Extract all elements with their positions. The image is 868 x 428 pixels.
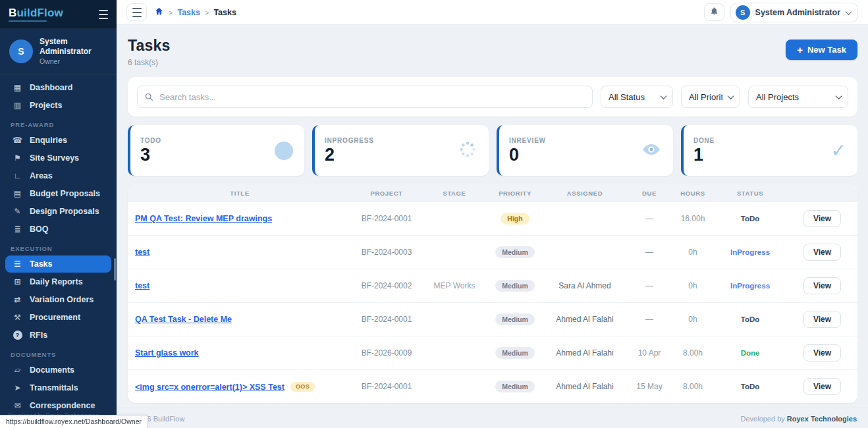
footer-credit-link[interactable]: Royex Technologies	[787, 415, 857, 423]
sidebar-item-label: Variation Orders	[30, 295, 94, 304]
priority-filter-wrap: All Priority	[681, 86, 740, 108]
sidebar-item-projects[interactable]: ▥Projects	[5, 97, 111, 114]
app-logo[interactable]: BuildFlow	[9, 7, 63, 22]
project-filter-select[interactable]: All Projects	[748, 86, 848, 108]
breadcrumb-separator: >	[205, 9, 209, 16]
task-title-link[interactable]: test	[135, 248, 149, 257]
column-header-priority: Priority	[487, 184, 543, 202]
new-task-button[interactable]: + New Task	[786, 40, 857, 60]
table-row: Start glass workBF-2026-0009MediumAhmed …	[128, 336, 857, 370]
cell-priority: Medium	[487, 336, 543, 370]
sidebar-item-dashboard[interactable]: ▦Dashboard	[5, 79, 111, 96]
stat-card-inprogress: INPROGRESS2	[312, 125, 489, 176]
stat-value: 0	[509, 146, 546, 164]
status-filter-select[interactable]: All Status	[601, 86, 673, 108]
cell-priority: Medium	[487, 269, 543, 303]
sidebar-item-budget[interactable]: ▤Budget Proposals	[5, 185, 111, 202]
menu-toggle-button[interactable]	[126, 3, 147, 21]
sidebar-item-daily[interactable]: ⊞Daily Reports	[5, 273, 111, 290]
cell-action: View	[786, 370, 857, 404]
sidebar-item-boq[interactable]: ≣BOQ	[5, 221, 111, 238]
cell-status: ToDo	[714, 303, 786, 336]
enquiries-icon: ☎	[12, 136, 23, 145]
priority-filter-select[interactable]: All Priority	[681, 86, 740, 108]
documents-icon: ▱	[12, 365, 23, 375]
stat-value: 3	[140, 146, 161, 164]
sidebar-item-rfis[interactable]: ?RFIs	[5, 327, 111, 344]
hamburger-icon	[132, 7, 142, 18]
profile-name: System Administrator	[40, 37, 107, 57]
cell-action: View	[786, 236, 857, 269]
dashboard-icon: ▦	[12, 83, 23, 92]
search-input[interactable]	[137, 86, 593, 108]
cell-status: ToDo	[714, 370, 786, 404]
sidebar-item-areas[interactable]: ∟Areas	[5, 167, 111, 184]
sidebar-item-surveys[interactable]: ⚑Site Surveys	[5, 149, 111, 167]
breadcrumb: > Tasks > Tasks	[154, 7, 236, 18]
sidebar-item-variation[interactable]: ⇄Variation Orders	[5, 291, 111, 308]
projects-icon: ▥	[12, 101, 23, 110]
cell-priority: High	[487, 202, 543, 236]
task-title-link[interactable]: <img src=x onerror=alert(1)> XSS Test	[135, 382, 285, 391]
cell-priority: Medium	[487, 236, 543, 269]
cell-title: test	[128, 236, 352, 269]
boq-icon: ≣	[12, 225, 23, 234]
cell-action: View	[786, 202, 857, 236]
done-check-icon: ✓	[831, 142, 846, 160]
new-task-label: New Task	[807, 45, 846, 55]
todo-circle-icon	[275, 142, 293, 160]
sidebar-item-tasks[interactable]: ☰Tasks	[5, 255, 111, 273]
view-button[interactable]: View	[803, 344, 841, 361]
view-button[interactable]: View	[803, 277, 841, 294]
task-title-link[interactable]: Start glass work	[135, 348, 199, 358]
sidebar-item-transmittals[interactable]: ➤Transmittals	[5, 379, 111, 396]
cell-assigned	[543, 236, 627, 269]
cell-project: BF-2024-0001	[352, 370, 421, 404]
stat-text: INREVIEW0	[509, 137, 546, 164]
footer: © 2026 BuildFlow Developed by Royex Tech…	[117, 408, 868, 428]
cell-priority: Medium	[487, 370, 543, 404]
avatar: S	[9, 40, 33, 63]
plus-icon: +	[797, 45, 803, 55]
user-menu[interactable]: S System Administrator	[730, 3, 858, 22]
nav-section-label: EXECUTION	[5, 238, 111, 255]
task-title-link[interactable]: test	[135, 281, 149, 290]
priority-badge: Medium	[495, 246, 535, 258]
task-title-link[interactable]: QA Test Task - Delete Me	[135, 315, 232, 324]
cell-due: —	[627, 269, 672, 303]
sidebar-scrollbar[interactable]	[114, 258, 116, 281]
stat-text: TODO3	[140, 137, 161, 164]
cell-stage: MEP Works	[421, 269, 487, 303]
bell-icon	[710, 7, 719, 18]
view-button[interactable]: View	[803, 244, 841, 261]
sidebar-item-design[interactable]: ✎Design Proposals	[5, 203, 111, 220]
view-button[interactable]: View	[803, 311, 841, 328]
cell-project: BF-2024-0003	[352, 236, 421, 269]
sidebar-item-enquiries[interactable]: ☎Enquiries	[5, 132, 111, 149]
cell-action: View	[786, 336, 857, 370]
daily-icon: ⊞	[12, 277, 23, 286]
stat-text: INPROGRESS2	[325, 137, 374, 164]
breadcrumb-link-tasks[interactable]: Tasks	[177, 8, 200, 17]
cell-assigned: Sara Al Ahmed	[543, 269, 627, 303]
task-title-link[interactable]: PM QA Test: Review MEP drawings	[135, 214, 272, 223]
cell-project: BF-2024-0002	[352, 269, 421, 303]
priority-badge: Medium	[495, 347, 535, 359]
tasks-table-card: TitleProjectStagePriorityAssignedDueHour…	[128, 184, 857, 403]
stat-label: TODO	[140, 137, 161, 144]
cell-assigned: Ahmed Al Falahi	[543, 336, 627, 370]
column-header-due: Due	[627, 184, 672, 202]
sidebar-item-documents[interactable]: ▱Documents	[5, 361, 111, 379]
view-button[interactable]: View	[803, 210, 841, 227]
notifications-button[interactable]	[704, 3, 724, 21]
sidebar: BuildFlow S System Administrator Owner ▦…	[0, 0, 117, 428]
budget-icon: ▤	[12, 189, 23, 198]
home-icon[interactable]	[154, 7, 164, 18]
sidebar-collapse-icon[interactable]	[99, 9, 108, 20]
sidebar-item-procurement[interactable]: ⚒Procurement	[5, 309, 111, 326]
status-text: ToDo	[741, 215, 760, 223]
stat-label: INPROGRESS	[325, 137, 374, 144]
view-button[interactable]: View	[803, 378, 841, 395]
cell-assigned	[543, 202, 627, 236]
cell-assigned: Ahmed Al Falahi	[543, 370, 627, 404]
